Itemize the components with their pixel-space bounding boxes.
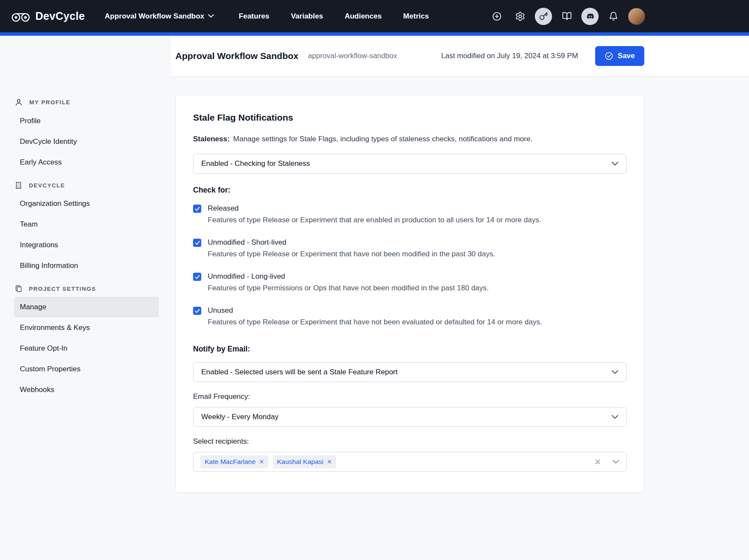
select-recipients-label: Select recipients: [193, 437, 627, 446]
check-label: Unmodified - Long-lived [208, 271, 489, 282]
staleness-label: Staleness: [193, 135, 230, 143]
sidebar-section-project-settings: PROJECT SETTINGS Manage Environments & K… [14, 282, 159, 400]
chevron-down-icon[interactable] [612, 460, 619, 464]
stale-flag-notifications-card: Stale Flag Notifications Staleness:Manag… [175, 95, 644, 493]
sidebar-section-my-profile: MY PROFILE Profile DevCycle Identity Ear… [14, 96, 159, 173]
top-navbar: DevCycle Approval Workflow Sandbox Featu… [0, 0, 749, 32]
discord-icon[interactable] [581, 8, 599, 25]
sidebar-section-label: DEVCYCLE [29, 182, 65, 189]
key-icon[interactable] [535, 8, 552, 25]
released-checkbox[interactable] [193, 205, 201, 213]
save-button-label: Save [618, 52, 635, 60]
check-label: Released [208, 203, 541, 214]
check-description: Features of type Release or Experiment t… [208, 317, 542, 327]
chevron-down-icon [612, 162, 618, 166]
primary-nav: Features Variables Audiences Metrics [239, 12, 429, 21]
content-area: Stale Flag Notifications Staleness:Manag… [171, 77, 749, 560]
check-description: Features of type Permissions or Ops that… [208, 283, 489, 293]
building-icon [15, 181, 22, 189]
sidebar-item-profile[interactable]: Profile [14, 111, 159, 131]
sidebar-section-label: PROJECT SETTINGS [29, 286, 96, 292]
sidebar-section-devcycle: DEVCYCLE Organization Settings Team Inte… [14, 179, 159, 276]
sidebar-item-organization-settings[interactable]: Organization Settings [14, 193, 159, 214]
check-circle-icon [605, 52, 613, 60]
email-frequency-select[interactable]: Weekly - Every Monday [193, 407, 627, 427]
sidebar-item-early-access[interactable]: Early Access [14, 152, 159, 173]
user-avatar[interactable] [628, 8, 645, 25]
check-label: Unmodified - Short-lived [208, 237, 495, 248]
sidebar-section-header: DEVCYCLE [14, 179, 159, 193]
remove-recipient-icon[interactable]: ✕ [327, 459, 332, 465]
sidebar-item-devcycle-identity[interactable]: DevCycle Identity [14, 131, 159, 152]
project-switcher-label: Approval Workflow Sandbox [105, 12, 204, 21]
check-row-unmodified-long: Unmodified - Long-lived Features of type… [193, 271, 627, 293]
unmodified-short-checkbox[interactable] [193, 239, 201, 247]
nav-link-variables[interactable]: Variables [291, 12, 323, 21]
chevron-down-icon [612, 415, 618, 419]
pages-icon [15, 285, 22, 292]
notify-select[interactable]: Enabled - Selected users will be sent a … [193, 362, 627, 382]
devcycle-logo[interactable]: DevCycle [11, 10, 85, 22]
notifications-bell-icon[interactable] [605, 8, 622, 25]
clear-all-icon[interactable]: ✕ [594, 458, 601, 466]
recipients-multiselect[interactable]: Kate MacFarlane ✕ Kaushal Kapasi ✕ ✕ [193, 452, 627, 472]
email-frequency-label: Email Frequency: [193, 392, 627, 401]
navbar-actions [488, 8, 645, 25]
staleness-select[interactable]: Enabled - Checking for Staleness [193, 154, 627, 174]
sidebar-item-environments-keys[interactable]: Environments & Keys [14, 317, 159, 338]
staleness-text: Manage settings for Stale Flags, includi… [233, 135, 533, 143]
sidebar-item-manage[interactable]: Manage [14, 297, 159, 317]
staleness-description: Staleness:Manage settings for Stale Flag… [193, 135, 627, 143]
check-row-unused: Unused Features of type Release or Exper… [193, 305, 627, 327]
sidebar-item-custom-properties[interactable]: Custom Properties [14, 359, 159, 380]
add-icon[interactable] [488, 8, 506, 25]
devcycle-goggles-icon [11, 10, 30, 22]
check-description: Features of type Release or Experiment t… [208, 249, 495, 259]
check-description: Features of type Release or Experiment t… [208, 215, 541, 225]
notify-select-value: Enabled - Selected users will be sent a … [201, 368, 397, 376]
check-row-released: Released Features of type Release or Exp… [193, 203, 627, 225]
sidebar-section-header: MY PROFILE [14, 96, 159, 111]
recipient-name: Kate MacFarlane [205, 458, 256, 466]
email-frequency-value: Weekly - Every Monday [201, 413, 278, 421]
project-switcher[interactable]: Approval Workflow Sandbox [105, 12, 214, 21]
chevron-down-icon [612, 370, 618, 374]
sidebar-item-team[interactable]: Team [14, 214, 159, 235]
recipient-chip[interactable]: Kaushal Kapasi ✕ [273, 455, 336, 468]
card-title: Stale Flag Notifications [193, 112, 627, 123]
check-label: Unused [208, 305, 542, 316]
nav-link-features[interactable]: Features [239, 12, 269, 21]
settings-sidebar: MY PROFILE Profile DevCycle Identity Ear… [0, 36, 171, 560]
page-header: Approval Workflow Sandbox approval-workf… [171, 36, 749, 77]
sidebar-item-integrations[interactable]: Integrations [14, 235, 159, 255]
sidebar-item-feature-opt-in[interactable]: Feature Opt-In [14, 338, 159, 359]
unused-checkbox[interactable] [193, 307, 201, 315]
docs-book-icon[interactable] [558, 8, 575, 25]
recipient-name: Kaushal Kapasi [277, 458, 324, 466]
check-row-unmodified-short: Unmodified - Short-lived Features of typ… [193, 237, 627, 259]
settings-gear-icon[interactable] [512, 8, 529, 25]
nav-link-metrics[interactable]: Metrics [403, 12, 429, 21]
sidebar-item-billing-information[interactable]: Billing Information [14, 255, 159, 276]
sidebar-section-label: MY PROFILE [29, 99, 70, 106]
page-title: Approval Workflow Sandbox [175, 51, 298, 61]
save-button[interactable]: Save [595, 46, 644, 66]
nav-link-audiences[interactable]: Audiences [345, 12, 382, 21]
user-icon [15, 98, 23, 106]
brand-name: DevCycle [35, 10, 85, 22]
accent-bar [0, 32, 749, 36]
last-modified-text: Last modified on July 19, 2024 at 3:59 P… [441, 52, 578, 60]
project-slug: approval-workflow-sandbox [308, 52, 397, 60]
sidebar-item-webhooks[interactable]: Webhooks [14, 380, 159, 400]
chevron-down-icon [208, 14, 214, 18]
unmodified-long-checkbox[interactable] [193, 273, 201, 281]
check-for-heading: Check for: [193, 186, 627, 195]
remove-recipient-icon[interactable]: ✕ [259, 459, 264, 465]
notify-by-email-heading: Notify by Email: [193, 345, 627, 354]
staleness-select-value: Enabled - Checking for Staleness [201, 159, 310, 168]
sidebar-section-header: PROJECT SETTINGS [14, 282, 159, 297]
recipient-chip[interactable]: Kate MacFarlane ✕ [200, 455, 268, 468]
